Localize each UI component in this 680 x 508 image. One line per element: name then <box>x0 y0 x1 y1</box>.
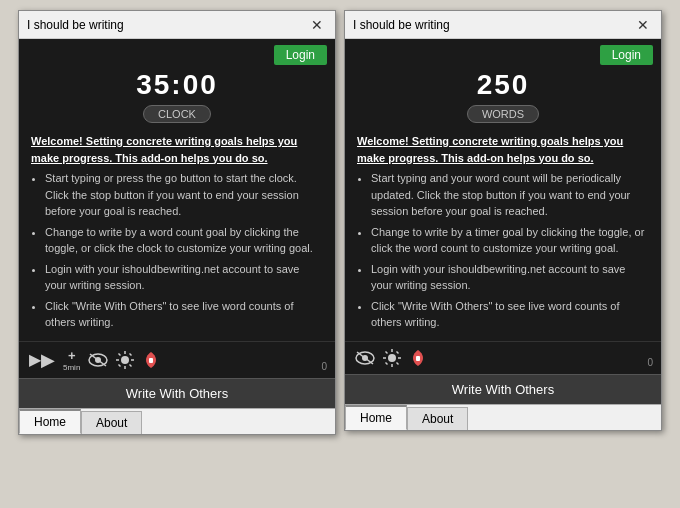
svg-line-8 <box>119 353 121 355</box>
tab-home-words[interactable]: Home <box>345 405 407 430</box>
welcome-text-clock: Welcome! Setting concrete writing goals … <box>19 129 335 341</box>
svg-point-16 <box>388 354 396 362</box>
bullets-clock: Start typing or press the go button to s… <box>31 170 323 331</box>
svg-rect-12 <box>149 358 153 363</box>
login-area-words: Login <box>345 39 661 67</box>
timer-display-clock[interactable]: 35:00 <box>19 69 335 101</box>
write-with-others-button-clock[interactable]: Write With Others <box>19 378 335 408</box>
bullet-words-0: Start typing and your word count will be… <box>371 170 649 220</box>
welcome-text-words: Welcome! Setting concrete writing goals … <box>345 129 661 341</box>
svg-line-21 <box>386 351 388 353</box>
window-title-words: I should be writing <box>353 18 450 32</box>
tab-bar-words: Home About <box>345 404 661 430</box>
bullet-clock-2: Login with your ishouldbewriting.net acc… <box>45 261 323 294</box>
svg-line-10 <box>130 353 132 355</box>
stop-icon-words[interactable] <box>409 348 427 368</box>
window-words: I should be writing ✕ Login 250 WORDS We… <box>344 10 662 431</box>
controls-bar-clock: ▶ +5min <box>19 341 335 378</box>
eye-slash-icon-clock[interactable] <box>88 353 108 367</box>
svg-line-11 <box>119 364 121 366</box>
svg-line-23 <box>397 351 399 353</box>
tab-about-words[interactable]: About <box>407 407 468 430</box>
tab-home-clock[interactable]: Home <box>19 409 81 434</box>
title-bar-words: I should be writing ✕ <box>345 11 661 39</box>
tab-bar-clock: Home About <box>19 408 335 434</box>
mode-toggle-clock: CLOCK <box>19 105 335 123</box>
play-icon-clock[interactable]: ▶ <box>29 349 55 371</box>
bullet-clock-3: Click "Write With Others" to see live wo… <box>45 298 323 331</box>
svg-line-22 <box>397 362 399 364</box>
write-with-others-button-words[interactable]: Write With Others <box>345 374 661 404</box>
tab-about-clock[interactable]: About <box>81 411 142 434</box>
stop-icon-clock[interactable] <box>142 350 160 370</box>
window-clock: I should be writing ✕ Login 35:00 CLOCK … <box>18 10 336 435</box>
bullets-words: Start typing and your word count will be… <box>357 170 649 331</box>
bullet-clock-0: Start typing or press the go button to s… <box>45 170 323 220</box>
window-title-clock: I should be writing <box>27 18 124 32</box>
login-area-clock: Login <box>19 39 335 67</box>
timer-display-words[interactable]: 250 <box>345 69 661 101</box>
plus-time-icon-clock[interactable]: +5min <box>63 348 80 372</box>
login-button-clock[interactable]: Login <box>274 45 327 65</box>
window-body-words: Login 250 WORDS Welcome! Setting concret… <box>345 39 661 404</box>
sun-icon-words[interactable] <box>383 349 401 367</box>
title-bar-clock: I should be writing ✕ <box>19 11 335 39</box>
headline-words: Welcome! Setting concrete writing goals … <box>357 133 649 166</box>
svg-rect-25 <box>416 356 420 361</box>
login-button-words[interactable]: Login <box>600 45 653 65</box>
word-count-words: 0 <box>647 357 653 368</box>
sun-icon-clock[interactable] <box>116 351 134 369</box>
controls-bar-words: 0 <box>345 341 661 374</box>
close-button-clock[interactable]: ✕ <box>307 18 327 32</box>
bullet-words-2: Login with your ishouldbewriting.net acc… <box>371 261 649 294</box>
desktop: I should be writing ✕ Login 35:00 CLOCK … <box>0 0 680 508</box>
svg-point-3 <box>121 356 129 364</box>
svg-line-9 <box>130 364 132 366</box>
bullet-words-1: Change to write by a timer goal by click… <box>371 224 649 257</box>
mode-pill-words[interactable]: WORDS <box>467 105 539 123</box>
bullet-clock-1: Change to write by a word count goal by … <box>45 224 323 257</box>
bullet-words-3: Click "Write With Others" to see live wo… <box>371 298 649 331</box>
mode-pill-clock[interactable]: CLOCK <box>143 105 211 123</box>
mode-toggle-words: WORDS <box>345 105 661 123</box>
svg-line-24 <box>386 362 388 364</box>
headline-clock: Welcome! Setting concrete writing goals … <box>31 133 323 166</box>
word-count-clock: 0 <box>321 361 327 372</box>
window-body-clock: Login 35:00 CLOCK Welcome! Setting concr… <box>19 39 335 408</box>
eye-slash-icon-words[interactable] <box>355 351 375 365</box>
close-button-words[interactable]: ✕ <box>633 18 653 32</box>
